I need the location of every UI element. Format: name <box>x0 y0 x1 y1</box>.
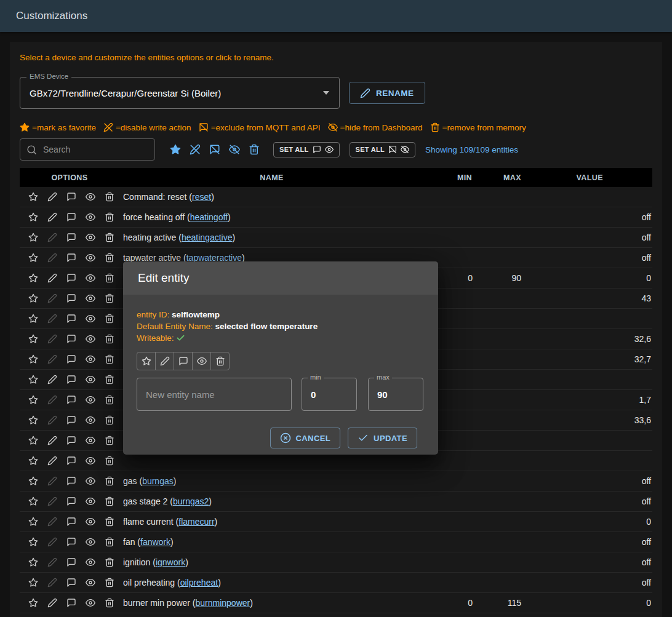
trash-icon-button[interactable] <box>100 411 119 429</box>
entity-shortname-link[interactable]: burnminpower <box>196 598 250 608</box>
entity-shortname-link[interactable]: reset <box>192 192 211 202</box>
trash-icon-button[interactable] <box>100 391 119 409</box>
star-icon-button[interactable] <box>23 573 42 592</box>
trash-icon-button[interactable] <box>100 370 119 389</box>
pencil-icon-button[interactable] <box>42 269 62 287</box>
trash-icon-button[interactable] <box>100 249 119 267</box>
search-input[interactable] <box>42 144 148 155</box>
eye-icon-button[interactable] <box>81 512 100 531</box>
entity-shortname-link[interactable]: ignwork <box>156 557 185 567</box>
pencil-icon-button[interactable] <box>42 350 62 368</box>
star-icon-button[interactable] <box>23 472 42 490</box>
star-icon-button[interactable] <box>23 289 42 308</box>
message-icon-button[interactable] <box>62 553 81 571</box>
eye-icon-button[interactable] <box>81 452 100 470</box>
eye-icon-button[interactable] <box>81 391 100 409</box>
message-icon-button[interactable] <box>62 330 81 348</box>
star-icon-button[interactable] <box>23 309 42 328</box>
star-icon-button[interactable] <box>23 350 42 368</box>
entity-shortname-link[interactable]: flamecurr <box>178 517 214 527</box>
message-icon-button[interactable] <box>62 594 81 612</box>
entity-shortname-link[interactable]: oilpreheat <box>180 578 218 587</box>
table-row[interactable]: burner min power (burnminpower)01150 <box>20 593 652 613</box>
star-icon-button[interactable] <box>23 594 42 612</box>
trash-icon-button[interactable] <box>100 512 119 531</box>
eye-icon-button[interactable] <box>81 553 100 571</box>
new-entity-name-input[interactable] <box>137 378 291 410</box>
table-row[interactable]: gas (burngas)off <box>20 471 652 492</box>
star-icon-button[interactable] <box>23 431 42 450</box>
pencil-icon-button[interactable] <box>42 188 62 206</box>
message-icon-button[interactable] <box>62 533 81 551</box>
pencil-icon-button[interactable] <box>42 533 62 551</box>
trash-icon-button[interactable] <box>100 350 119 368</box>
eye-icon-button[interactable] <box>81 269 100 287</box>
message-icon-button[interactable] <box>62 228 81 247</box>
pencil-icon-button[interactable] <box>42 553 62 571</box>
search-box[interactable] <box>20 138 155 161</box>
star-icon-button[interactable] <box>23 249 42 267</box>
set-all-button-2[interactable]: SET ALL <box>350 142 416 157</box>
entity-shortname-link[interactable]: heatingoff <box>190 212 228 222</box>
eye-icon-button[interactable] <box>81 208 100 226</box>
star-icon-button[interactable] <box>23 269 42 287</box>
message-icon-button[interactable] <box>62 452 81 470</box>
trash-filter-button[interactable] <box>245 140 263 159</box>
trash-icon-button[interactable] <box>100 614 119 617</box>
star-icon-button[interactable] <box>23 533 42 551</box>
pencil-icon-button[interactable] <box>42 208 62 226</box>
trash-icon-button[interactable] <box>100 188 119 206</box>
star-icon-button[interactable] <box>23 512 42 531</box>
pencil-toggle-button[interactable] <box>155 352 174 370</box>
pencil-icon-button[interactable] <box>42 289 62 308</box>
eye-icon-button[interactable] <box>81 533 100 551</box>
trash-icon-button[interactable] <box>100 289 119 308</box>
table-row[interactable]: Command: reset (reset) <box>20 187 652 207</box>
min-input[interactable] <box>302 378 356 410</box>
pencil-icon-button[interactable] <box>42 472 62 490</box>
message-icon-button[interactable] <box>62 573 81 592</box>
trash-icon-button[interactable] <box>100 452 119 470</box>
pencil-icon-button[interactable] <box>42 411 62 429</box>
ems-device-select[interactable]: EMS Device GBx72/Trendline/Cerapur/Green… <box>20 77 340 109</box>
trash-icon-button[interactable] <box>100 553 119 571</box>
trash-icon-button[interactable] <box>100 431 119 450</box>
message-off-filter-button[interactable] <box>206 140 224 159</box>
trash-toggle-button[interactable] <box>210 352 230 370</box>
pencil-icon-button[interactable] <box>42 330 62 348</box>
message-icon-button[interactable] <box>62 411 81 429</box>
message-icon-button[interactable] <box>62 492 81 511</box>
star-icon-button[interactable] <box>23 188 42 206</box>
eye-icon-button[interactable] <box>81 411 100 429</box>
pencil-icon-button[interactable] <box>42 452 62 470</box>
trash-icon-button[interactable] <box>100 533 119 551</box>
message-icon-button[interactable] <box>62 188 81 206</box>
eye-icon-button[interactable] <box>81 309 100 328</box>
trash-icon-button[interactable] <box>100 330 119 348</box>
trash-icon-button[interactable] <box>100 472 119 490</box>
trash-icon-button[interactable] <box>100 594 119 612</box>
message-icon-button[interactable] <box>62 350 81 368</box>
message-icon-button[interactable] <box>62 614 81 617</box>
trash-icon-button[interactable] <box>100 208 119 226</box>
pencil-icon-button[interactable] <box>42 309 62 328</box>
pencil-icon-button[interactable] <box>42 431 62 450</box>
message-icon-button[interactable] <box>62 431 81 450</box>
message-icon-button[interactable] <box>62 309 81 328</box>
star-icon-button[interactable] <box>23 370 42 389</box>
entity-shortname-link[interactable]: fanwork <box>140 537 170 547</box>
eye-icon-button[interactable] <box>81 573 100 592</box>
table-row[interactable]: force heating off (heatingoff)off <box>20 207 652 228</box>
star-icon-button[interactable] <box>23 228 42 247</box>
star-filter-button[interactable] <box>166 140 185 159</box>
pencil-icon-button[interactable] <box>42 249 62 267</box>
eye-icon-button[interactable] <box>81 228 100 247</box>
table-row[interactable]: oil preheating (oilpreheat)off <box>20 573 652 593</box>
max-input[interactable] <box>369 378 423 410</box>
entity-shortname-link[interactable]: heatingactive <box>182 233 233 242</box>
cancel-button[interactable]: CANCEL <box>270 428 341 448</box>
eye-icon-button[interactable] <box>81 614 100 617</box>
message-icon-button[interactable] <box>62 289 81 308</box>
message-toggle-button[interactable] <box>174 352 193 370</box>
table-row[interactable]: gas stage 2 (burngas2)off <box>20 492 652 512</box>
